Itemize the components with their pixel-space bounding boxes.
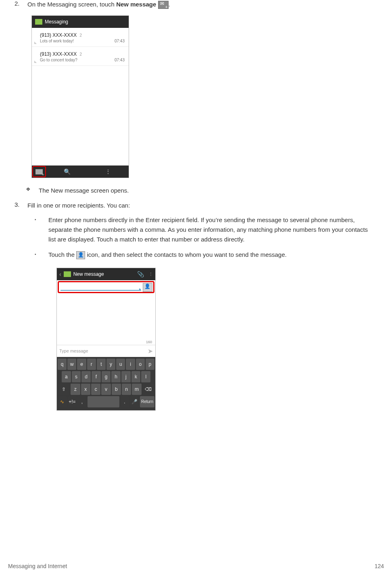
sub2-post: icon, and then select the contacts to wh… [85,251,286,258]
step2-bold: New message [116,1,156,8]
key-m[interactable]: m [132,384,141,395]
key-s[interactable]: s [72,371,81,382]
back-icon[interactable]: ‹ [59,271,61,277]
key-g[interactable]: g [102,371,111,382]
key-r[interactable]: r [87,359,96,370]
key-j[interactable]: j [121,371,131,382]
sub2-text: Touch the icon, and then select the cont… [48,250,384,260]
key-period[interactable]: . [120,396,129,407]
ss2-title: New message [73,271,135,277]
messaging-list-screenshot: Messaging (913) XXX-XXXX 2 Lots of work … [31,15,129,178]
key-l[interactable]: l [141,371,150,382]
thread-number: (913) XXX-XXXX [40,32,77,38]
key-h[interactable]: h [111,371,121,382]
recipient-input[interactable] [60,286,141,291]
key-i[interactable]: i [126,359,135,370]
thread-info: (913) XXX-XXXX 2 Go to concert today? [40,50,115,62]
step-text: On the Messaging screen, touch New messa… [27,0,384,9]
key-y[interactable]: y [106,359,115,370]
thread-preview: Lots of work today! [40,39,115,43]
new-message-button[interactable] [32,166,46,177]
ss1-body: (913) XXX-XXXX 2 Lots of work today! 07:… [32,28,129,165]
square-bullet-icon: ▪ [31,215,48,244]
key-o[interactable]: o [136,359,145,370]
message-input-row: Type message ➤ [57,345,155,357]
key-x[interactable]: x [81,384,90,395]
key-e[interactable]: e [77,359,86,370]
sub-bullet-2: ▪ Touch the icon, and then select the co… [31,250,384,260]
key-shift[interactable]: ⇧ [58,384,70,395]
key-a[interactable]: a [62,371,71,382]
ss1-title: Messaging [45,19,68,25]
contact-picker-icon [76,251,85,259]
thread-time: 07:43 [115,58,125,62]
sub-bullet-1: ▪ Enter phone numbers directly in the En… [31,215,384,244]
thread-count: 2 [80,33,82,38]
key-row-3: ⇧ z x c v b n m ⌫ [58,384,154,395]
key-z[interactable]: z [71,384,80,395]
key-row-4: ∿ +!= , . 🎤 Return [58,396,154,407]
key-w[interactable]: w [67,359,76,370]
key-row-2: a s d f g h j k l [58,371,154,382]
new-message-screenshot: ‹ New message 📎 ⋮ 160 Type message ➤ q w… [56,268,156,411]
new-message-icon [158,1,169,9]
footer-page: 124 [375,563,384,569]
footer-section: Messaging and Internet [8,563,67,569]
key-q[interactable]: q [58,359,67,370]
contact-picker-button[interactable] [143,283,152,292]
thread-row: (913) XXX-XXXX 2 Lots of work today! 07:… [32,28,129,47]
page-footer: Messaging and Internet 124 [8,563,384,569]
key-b[interactable]: b [112,384,121,395]
result-bullet: ❖ The New message screen opens. [24,186,384,195]
ss1-header: Messaging [32,16,129,28]
thread-info: (913) XXX-XXXX 2 Lots of work today! [40,31,115,43]
attachment-icon[interactable]: 📎 [137,271,144,277]
key-n[interactable]: n [122,384,131,395]
key-d[interactable]: d [81,371,91,382]
step-3: 3. Fill in one or more recipients. You c… [8,201,384,210]
key-row-1: q w e r t y u i o p [58,359,154,370]
key-space[interactable] [88,396,119,407]
key-f[interactable]: f [92,371,101,382]
conversation-area [57,294,155,339]
key-symbols[interactable]: +!= [68,396,77,407]
step-2: 2. On the Messaging screen, touch New me… [8,0,384,9]
ss1-footer: 🔍 ⋮ [32,166,129,178]
diamond-bullet-icon: ❖ [24,186,39,195]
step-number: 2. [8,0,27,9]
keyboard: q w e r t y u i o p a s d f g h j k l ⇧ … [57,357,155,410]
send-button[interactable]: ➤ [148,347,153,355]
step-number: 3. [8,201,27,210]
key-v[interactable]: v [101,384,111,395]
thread-count: 2 [80,52,82,57]
ss2-header: ‹ New message 📎 ⋮ [57,268,155,280]
overflow-menu-button[interactable]: ⋮ [88,166,129,178]
message-input[interactable]: Type message [59,348,148,353]
recipient-field-highlighted [58,281,154,293]
key-t[interactable]: t [97,359,106,370]
key-voice[interactable]: 🎤 [130,396,139,407]
overflow-menu-icon[interactable]: ⋮ [149,273,153,275]
thread-arrow-icon [34,61,37,63]
key-swype[interactable]: ∿ [58,396,67,407]
search-button[interactable]: 🔍 [46,166,88,178]
key-return[interactable]: Return [140,396,154,407]
square-bullet-icon: ▪ [31,250,48,260]
thread-time: 07:43 [115,39,125,43]
key-c[interactable]: c [91,384,100,395]
step2-pre: On the Messaging screen, touch [27,1,116,8]
messaging-app-icon [35,19,42,25]
thread-preview: Go to concert today? [40,58,115,62]
key-comma[interactable]: , [77,396,87,407]
key-u[interactable]: u [116,359,125,370]
key-backspace[interactable]: ⌫ [142,384,154,395]
thread-row: (913) XXX-XXXX 2 Go to concert today? 07… [32,47,129,66]
key-p[interactable]: p [146,359,154,370]
sub2-pre: Touch the [48,251,76,258]
key-k[interactable]: k [131,371,141,382]
new-message-envelope-icon [35,169,43,174]
thread-number: (913) XXX-XXXX [40,51,77,57]
sub1-text: Enter phone numbers directly in the Ente… [48,215,384,244]
step-text: Fill in one or more recipients. You can: [27,201,384,210]
result-text: The New message screen opens. [39,186,384,195]
